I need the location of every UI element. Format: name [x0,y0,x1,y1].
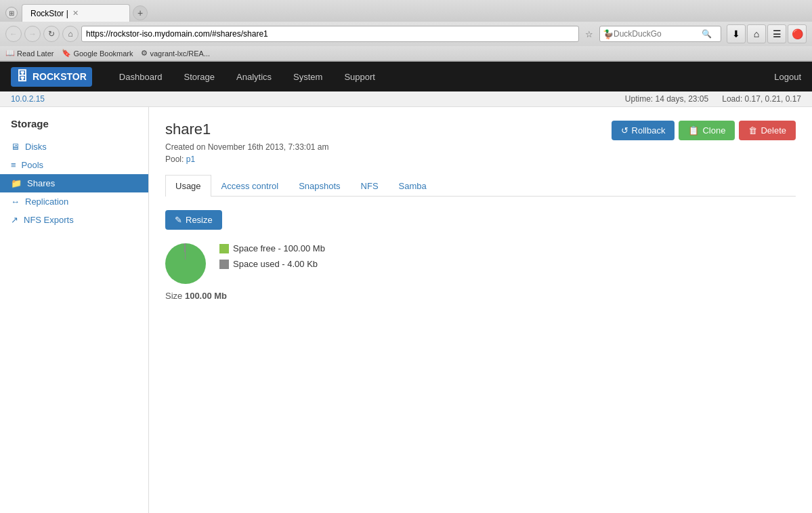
logo-text: ROCKSTOR [33,71,87,82]
legend-used: Space used - 4.00 Kb [219,259,325,269]
free-color-swatch [219,244,229,253]
app-logo[interactable]: 🗄 ROCKSTOR [11,67,92,87]
resize-icon: ✎ [175,215,182,225]
content-area: share1 Created on November 16th 2013, 7:… [149,107,812,513]
sidebar-item-pools[interactable]: ≡ Pools [0,156,148,174]
chart-area: Space free - 100.00 Mb Space used - 4.00… [165,243,796,284]
sidebar-title: Storage [0,118,148,138]
sidebar-item-replication-label: Replication [25,197,68,207]
bookmark-vagrant[interactable]: ⚙ vagrant-lxc/REA... [141,49,210,58]
addon-btn[interactable]: 🔴 [788,24,807,43]
used-color-swatch [219,260,229,269]
rollback-button[interactable]: ↺ Rollback [612,121,675,140]
sidebar-item-shares[interactable]: 📁 Shares [0,174,148,192]
sidebar-item-shares-label: Shares [27,178,55,188]
browser-home-btn[interactable]: ⌂ [62,26,79,42]
uptime-load: Uptime: 14 days, 23:05 Load: 0.17, 0.21,… [625,94,801,104]
bookmark-google-label: Google Bookmark [73,49,133,58]
legend-free: Space free - 100.00 Mb [219,243,325,253]
browser-tab[interactable]: RockStor | ✕ [22,4,130,22]
browser-forward-arrow[interactable]: → [24,26,41,42]
share-info: share1 Created on November 16th 2013, 7:… [165,121,329,164]
pool-link[interactable]: p1 [186,155,195,164]
replication-icon: ↔ [11,197,20,207]
shares-icon: 📁 [11,178,22,188]
nav-dashboard[interactable]: Dashboard [108,62,173,91]
browser-reload-btn[interactable]: ↻ [43,26,60,42]
main-layout: Storage 🖥 Disks ≡ Pools 📁 Shares ↔ Repli… [0,107,812,513]
size-info: Size 100.00 Mb [165,291,796,301]
nav-analytics[interactable]: Analytics [226,62,282,91]
tab-usage[interactable]: Usage [165,175,211,197]
delete-icon: 🗑 [748,125,757,136]
pool-label: Pool: [165,155,184,164]
pools-icon: ≡ [11,160,16,170]
sidebar-item-nfs-exports-label: NFS Exports [24,215,74,225]
search-icon: 🔍 [702,29,712,39]
rollback-icon: ↺ [621,125,628,136]
bookmark-google[interactable]: 🔖 Google Bookmark [62,49,133,58]
address-bar-row: ← → ↻ ⌂ ☆ 🦆 🔍 ⬇ ⌂ ☰ 🔴 [0,22,812,46]
download-btn[interactable]: ⬇ [727,24,746,43]
tab-bar: ⊞ RockStor | ✕ + [0,0,812,22]
bookmark-read-later[interactable]: 📖 Read Later [5,49,54,58]
browser-back-arrow[interactable]: ← [5,26,22,42]
nav-system[interactable]: System [282,62,333,91]
status-bar: 10.0.2.15 Uptime: 14 days, 23:05 Load: 0… [0,91,812,107]
app-topbar: 🗄 ROCKSTOR Dashboard Storage Analytics S… [0,62,812,91]
logo-icon: 🗄 [16,70,28,84]
uptime: Uptime: 14 days, 23:05 [625,94,708,104]
nav-support[interactable]: Support [333,62,386,91]
sidebar-item-disks[interactable]: 🖥 Disks [0,138,148,156]
tabs: Usage Access control Snapshots NFS Samba [165,175,796,197]
address-input[interactable] [81,26,579,42]
chart-legend: Space free - 100.00 Mb Space used - 4.00… [219,243,325,269]
sidebar-item-nfs-exports[interactable]: ↗ NFS Exports [0,211,148,229]
clone-button[interactable]: 📋 Clone [679,121,735,140]
ip-address: 10.0.2.15 [11,94,45,104]
back-btn[interactable]: ⊞ [5,7,18,19]
google-bookmark-icon: 🔖 [62,49,71,58]
tab-access-control[interactable]: Access control [211,175,289,197]
logout-button[interactable]: Logout [774,72,801,82]
bookmark-read-later-label: Read Later [17,49,54,58]
used-label: Space used - 4.00 Kb [233,259,318,269]
nfs-exports-icon: ↗ [11,215,18,225]
browser-chrome: ⊞ RockStor | ✕ + ← → ↻ ⌂ ☆ 🦆 🔍 ⬇ ⌂ ☰ 🔴 📖… [0,0,812,62]
new-tab-button[interactable]: + [133,5,148,20]
disks-icon: 🖥 [11,142,20,152]
search-input[interactable] [614,29,702,39]
sidebar: Storage 🖥 Disks ≡ Pools 📁 Shares ↔ Repli… [0,107,149,513]
bookmarks-bar: 📖 Read Later 🔖 Google Bookmark ⚙ vagrant… [0,46,812,61]
search-box: 🦆 🔍 [599,26,721,42]
tab-snapshots[interactable]: Snapshots [289,175,350,197]
delete-button[interactable]: 🗑 Delete [739,121,796,140]
read-later-icon: 📖 [5,49,15,58]
sidebar-item-pools-label: Pools [22,160,44,170]
clone-icon: 📋 [688,125,699,136]
sidebar-item-disks-label: Disks [25,142,47,152]
bookmark-vagrant-label: vagrant-lxc/REA... [150,49,210,58]
tab-nfs[interactable]: NFS [351,175,389,197]
share-pool: Pool: p1 [165,155,329,164]
share-created: Created on November 16th 2013, 7:33:01 a… [165,142,329,152]
duck-duck-go-icon: 🦆 [603,29,614,39]
tab-title: RockStor | [30,9,68,18]
nav-storage[interactable]: Storage [173,62,226,91]
home-toolbar-btn[interactable]: ⌂ [747,24,766,43]
share-title: share1 [165,121,329,138]
load: Load: 0.17, 0.21, 0.17 [722,94,801,104]
free-label: Space free - 100.00 Mb [233,243,325,253]
tab-navigation: ⊞ [5,7,18,19]
toolbar-icons: ⬇ ⌂ ☰ 🔴 [727,24,807,43]
menu-btn[interactable]: ☰ [767,24,786,43]
vagrant-icon: ⚙ [141,49,148,58]
tab-close-btn[interactable]: ✕ [72,9,79,18]
tab-samba[interactable]: Samba [389,175,437,197]
size-value: 100.00 Mb [185,291,227,301]
sidebar-item-replication[interactable]: ↔ Replication [0,192,148,211]
action-buttons: ↺ Rollback 📋 Clone 🗑 Delete [612,121,796,140]
resize-button[interactable]: ✎ Resize [165,210,222,230]
size-label-text: Size [165,291,182,301]
bookmark-star[interactable]: ☆ [582,26,597,41]
